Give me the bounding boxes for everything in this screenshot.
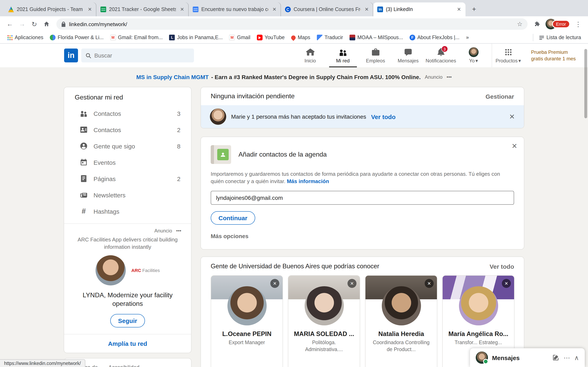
expand-messaging-icon[interactable]: ∧ xyxy=(574,354,579,361)
person-headline: Politóloga. Administrativa.... xyxy=(288,340,360,353)
bookmark-label: Jobs in Panama,E... xyxy=(177,35,223,40)
back-button[interactable]: ← xyxy=(4,18,16,30)
profile-avatar-group[interactable]: Error xyxy=(545,19,570,29)
sidebar-item-pages[interactable]: Páginas 2 xyxy=(64,170,191,187)
nav-item-me[interactable]: Yo▾ xyxy=(457,44,490,67)
sidebar-item-events[interactable]: Eventos xyxy=(64,154,191,170)
tab-close-icon[interactable]: ✕ xyxy=(456,6,462,13)
continue-button[interactable]: Continuar xyxy=(211,211,255,225)
sidebar-item-contacts[interactable]: Contactos 2 xyxy=(64,122,191,138)
bookmark-flexjobs[interactable]: F About FlexJobs |... xyxy=(407,35,462,40)
reload-button[interactable]: ↻ xyxy=(29,18,40,30)
apps-grid-icon xyxy=(7,35,13,40)
person-name: L.Oceane PEPIN xyxy=(211,331,283,338)
tab-close-icon[interactable]: ✕ xyxy=(363,6,370,13)
person-card[interactable]: ✕ MARIA SOLEDAD ... Politóloga. Administ… xyxy=(288,275,360,367)
ad-options-icon[interactable]: ••• xyxy=(447,74,452,80)
person-card[interactable]: ✕ Natalia Heredia Coordinadora Controlli… xyxy=(365,275,437,367)
sidebar-item-label: Contactos xyxy=(94,110,172,117)
chevron-down-icon: ▾ xyxy=(518,58,521,64)
site-favicon: L xyxy=(169,35,175,40)
bookmark-fpl[interactable]: Florida Power & Li... xyxy=(47,35,106,40)
sidebar-item-label: Gente que sigo xyxy=(94,142,172,150)
bookmark-maps[interactable]: Maps xyxy=(288,35,313,40)
sidebar-item-hashtags[interactable]: # Hashtags xyxy=(64,203,191,219)
bookmark-moaa[interactable]: MOAA – MilSpous... xyxy=(347,35,406,40)
nav-item-products[interactable]: Productos▾ xyxy=(492,44,525,67)
home-icon xyxy=(305,47,315,57)
email-field[interactable] xyxy=(211,191,514,205)
bookmark-gmail[interactable]: M Gmail xyxy=(226,35,253,40)
linkedin-header: in Inicio Mi red xyxy=(0,44,588,67)
tab-close-icon[interactable]: ✕ xyxy=(179,6,185,13)
profile-error-badge[interactable]: Error xyxy=(552,20,570,28)
grid-icon xyxy=(503,47,513,57)
address-bar[interactable]: linkedin.com/mynetwork/ ☆ xyxy=(56,18,527,30)
tab-linkedin-active[interactable]: in (3) LinkedIn ✕ xyxy=(373,2,466,16)
nav-item-home[interactable]: Inicio xyxy=(294,44,327,67)
site-favicon xyxy=(350,35,355,40)
linkedin-logo[interactable]: in xyxy=(64,49,78,62)
sidebar-item-newsletters[interactable]: Newsletters xyxy=(64,187,191,203)
person-card[interactable]: ✕ L.Oceane PEPIN Export Manager xyxy=(211,275,283,367)
pages-icon xyxy=(79,174,89,184)
compose-icon[interactable] xyxy=(552,354,560,361)
sidebar-item-connections[interactable]: Contactos 3 xyxy=(64,105,191,122)
bookmark-translate[interactable]: Traducir xyxy=(314,35,346,40)
tab-guided-projects[interactable]: 2021 Guided Projects - Team D ✕ xyxy=(4,2,96,16)
follow-button[interactable]: Seguir xyxy=(110,314,145,327)
extensions-icon[interactable] xyxy=(531,18,543,30)
ad-options-icon[interactable]: ••• xyxy=(176,228,181,234)
new-tab-button[interactable]: + xyxy=(469,4,479,15)
nav-item-notifications[interactable]: 3 Notificaciones xyxy=(424,44,457,67)
footer-link-accessibility[interactable]: Accesibilidad xyxy=(108,364,139,367)
tab-google-sheets[interactable]: 2021 Tracker - Google Sheets ✕ xyxy=(96,2,189,16)
person-name: Natalia Heredia xyxy=(365,331,437,338)
bookmark-apps[interactable]: Aplicaciones xyxy=(4,35,46,40)
search-icon xyxy=(85,52,91,58)
tab-close-icon[interactable]: ✕ xyxy=(86,6,93,13)
ad-link[interactable]: MS in Supply Chain MGMT xyxy=(136,74,209,80)
forward-button[interactable]: → xyxy=(16,18,28,30)
scrollbar-thumb[interactable] xyxy=(584,49,587,118)
bookmark-star-icon[interactable]: ☆ xyxy=(517,20,522,28)
tab-close-icon[interactable]: ✕ xyxy=(271,6,278,13)
translate-favicon xyxy=(317,35,322,40)
newsletter-icon xyxy=(79,190,89,200)
grow-network-link[interactable]: Amplía tu red xyxy=(64,334,191,352)
tab-google-docs[interactable]: Encuentre su nuevo trabajo co ✕ xyxy=(189,2,281,16)
dismiss-card-icon[interactable]: ✕ xyxy=(512,142,518,150)
bookmark-youtube[interactable]: YouTube xyxy=(254,35,287,40)
person-headline: Coordinadora Controlling de Product... xyxy=(365,340,437,353)
messaging-panel[interactable]: Mensajes ⋯ ∧ xyxy=(470,348,585,367)
bookmarks-overflow-chevron[interactable]: » xyxy=(463,35,472,40)
nav-item-messaging[interactable]: Mensajes xyxy=(392,44,424,67)
bookmark-label: MOAA – MilSpous... xyxy=(357,35,403,40)
tab-coursera[interactable]: C Coursera | Online Courses Fron ✕ xyxy=(281,2,373,16)
see-all-invitations-link[interactable]: Ver todo xyxy=(371,113,396,120)
see-all-people-link[interactable]: Ver todo xyxy=(490,263,514,270)
dismiss-row-icon[interactable]: ✕ xyxy=(509,112,515,121)
nav-item-mynetwork[interactable]: Mi red xyxy=(327,44,359,67)
sidebar-item-following[interactable]: Gente que sigo 8 xyxy=(64,138,191,154)
more-options-link[interactable]: Más opciones xyxy=(211,233,514,240)
search-input[interactable] xyxy=(94,52,190,59)
manage-invitations-link[interactable]: Gestionar xyxy=(485,93,514,100)
tab-title: Encuentre su nuevo trabajo co xyxy=(201,7,268,12)
bookmark-gmail-email[interactable]: M Gmail: Email from... xyxy=(107,35,165,40)
bookmark-label: YouTube xyxy=(265,35,285,40)
tab-title: 2021 Guided Projects - Team D xyxy=(17,7,84,12)
sidebar: Gestionar mi red Contactos 3 Contactos 2 xyxy=(64,87,191,367)
messaging-options-icon[interactable]: ⋯ xyxy=(564,354,570,361)
invitations-title: Ninguna invitación pendiente xyxy=(211,92,295,100)
briefcase-icon xyxy=(371,47,380,57)
person-headline: Transfor... Estrateg... xyxy=(443,340,514,346)
premium-upsell-link[interactable]: Prueba Premium gratis durante 1 mes xyxy=(531,49,576,62)
nav-item-jobs[interactable]: Empleos xyxy=(359,44,392,67)
reading-list-button[interactable]: Lista de lectura xyxy=(536,35,584,40)
more-info-link[interactable]: Más información xyxy=(287,178,329,184)
browser-menu-icon[interactable]: ⋮ xyxy=(572,18,584,30)
search-box[interactable] xyxy=(81,49,194,62)
home-button[interactable] xyxy=(41,18,52,30)
bookmark-jobs-panama[interactable]: L Jobs in Panama,E... xyxy=(166,35,226,40)
